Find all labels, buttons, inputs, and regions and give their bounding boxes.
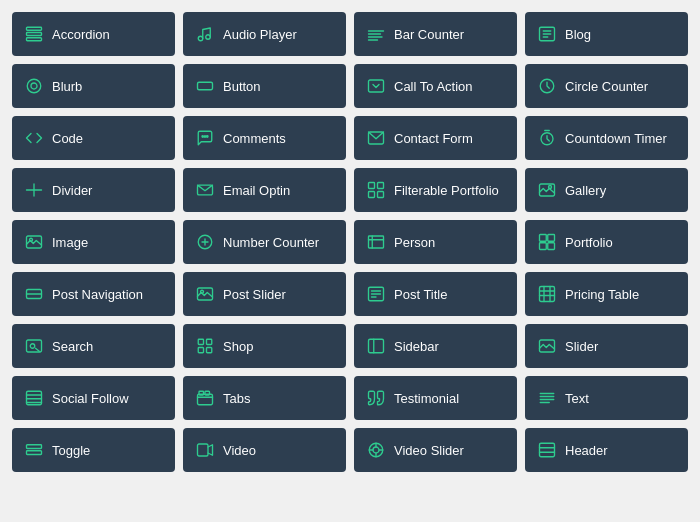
svg-rect-63 (207, 348, 212, 353)
text-icon (537, 388, 557, 408)
tabs-label: Tabs (223, 391, 250, 406)
widget-contact-form[interactable]: Contact Form (354, 116, 517, 160)
svg-point-3 (198, 36, 203, 41)
widget-search[interactable]: Search (12, 324, 175, 368)
widget-video-slider[interactable]: Video Slider (354, 428, 517, 472)
blurb-label: Blurb (52, 79, 82, 94)
svg-rect-52 (540, 287, 555, 302)
widget-countdown-timer[interactable]: Countdown Timer (525, 116, 688, 160)
svg-rect-41 (548, 235, 555, 242)
widget-grid: Accordion Audio Player Bar Counter Blog … (12, 12, 688, 472)
post-slider-icon (195, 284, 215, 304)
widget-filterable-portfolio[interactable]: Filterable Portfolio (354, 168, 517, 212)
widget-shop[interactable]: Shop (183, 324, 346, 368)
svg-point-13 (27, 79, 41, 93)
widget-email-optin[interactable]: Email Optin (183, 168, 346, 212)
widget-gallery[interactable]: Gallery (525, 168, 688, 212)
button-label: Button (223, 79, 261, 94)
widget-button[interactable]: Button (183, 64, 346, 108)
accordion-label: Accordion (52, 27, 110, 42)
widget-audio-player[interactable]: Audio Player (183, 12, 346, 56)
search-label: Search (52, 339, 93, 354)
svg-rect-15 (198, 82, 213, 90)
comments-icon (195, 128, 215, 148)
button-icon (195, 76, 215, 96)
widget-social-follow[interactable]: Social Follow (12, 376, 175, 420)
widget-post-title[interactable]: Post Title (354, 272, 517, 316)
svg-rect-73 (205, 391, 210, 395)
widget-portfolio[interactable]: Portfolio (525, 220, 688, 264)
widget-tabs[interactable]: Tabs (183, 376, 346, 420)
widget-accordion[interactable]: Accordion (12, 12, 175, 56)
gallery-label: Gallery (565, 183, 606, 198)
widget-image[interactable]: Image (12, 220, 175, 264)
widget-blog[interactable]: Blog (525, 12, 688, 56)
contact-form-icon (366, 128, 386, 148)
widget-testimonial[interactable]: Testimonial (354, 376, 517, 420)
widget-header[interactable]: Header (525, 428, 688, 472)
widget-comments[interactable]: Comments (183, 116, 346, 160)
sidebar-label: Sidebar (394, 339, 439, 354)
widget-person[interactable]: Person (354, 220, 517, 264)
search-icon (24, 336, 44, 356)
widget-slider[interactable]: Slider (525, 324, 688, 368)
svg-rect-87 (540, 443, 555, 457)
svg-rect-26 (369, 183, 375, 189)
person-icon (366, 232, 386, 252)
circle-counter-label: Circle Counter (565, 79, 648, 94)
email-optin-icon (195, 180, 215, 200)
audio-player-label: Audio Player (223, 27, 297, 42)
person-label: Person (394, 235, 435, 250)
image-label: Image (52, 235, 88, 250)
image-icon (24, 232, 44, 252)
svg-point-33 (30, 238, 33, 241)
widget-number-counter[interactable]: Number Counter (183, 220, 346, 264)
widget-toggle[interactable]: Toggle (12, 428, 175, 472)
slider-icon (537, 336, 557, 356)
testimonial-label: Testimonial (394, 391, 459, 406)
sidebar-icon (366, 336, 386, 356)
svg-point-14 (31, 83, 37, 89)
header-label: Header (565, 443, 608, 458)
widget-pricing-table[interactable]: Pricing Table (525, 272, 688, 316)
comments-label: Comments (223, 131, 286, 146)
svg-rect-43 (548, 243, 555, 250)
widget-video[interactable]: Video (183, 428, 346, 472)
accordion-icon (24, 24, 44, 44)
post-title-icon (366, 284, 386, 304)
svg-rect-62 (198, 348, 203, 353)
svg-point-18 (202, 136, 204, 138)
widget-bar-counter[interactable]: Bar Counter (354, 12, 517, 56)
widget-text[interactable]: Text (525, 376, 688, 420)
widget-circle-counter[interactable]: Circle Counter (525, 64, 688, 108)
svg-point-31 (549, 186, 552, 189)
header-icon (537, 440, 557, 460)
widget-post-navigation[interactable]: Post Navigation (12, 272, 175, 316)
widget-blurb[interactable]: Blurb (12, 64, 175, 108)
svg-rect-27 (378, 183, 384, 189)
widget-call-to-action[interactable]: Call To Action (354, 64, 517, 108)
video-slider-icon (366, 440, 386, 460)
svg-rect-79 (27, 451, 42, 455)
svg-rect-40 (540, 235, 547, 242)
call-to-action-label: Call To Action (394, 79, 473, 94)
svg-point-19 (204, 136, 206, 138)
widget-divider[interactable]: Divider (12, 168, 175, 212)
post-title-label: Post Title (394, 287, 447, 302)
widget-code[interactable]: Code (12, 116, 175, 160)
post-navigation-icon (24, 284, 44, 304)
countdown-timer-icon (537, 128, 557, 148)
divider-label: Divider (52, 183, 92, 198)
toggle-label: Toggle (52, 443, 90, 458)
widget-sidebar[interactable]: Sidebar (354, 324, 517, 368)
svg-rect-0 (27, 27, 42, 30)
blog-icon (537, 24, 557, 44)
blurb-icon (24, 76, 44, 96)
audio-player-icon (195, 24, 215, 44)
social-follow-label: Social Follow (52, 391, 129, 406)
divider-icon (24, 180, 44, 200)
svg-rect-60 (198, 339, 203, 344)
post-slider-label: Post Slider (223, 287, 286, 302)
toggle-icon (24, 440, 44, 460)
widget-post-slider[interactable]: Post Slider (183, 272, 346, 316)
